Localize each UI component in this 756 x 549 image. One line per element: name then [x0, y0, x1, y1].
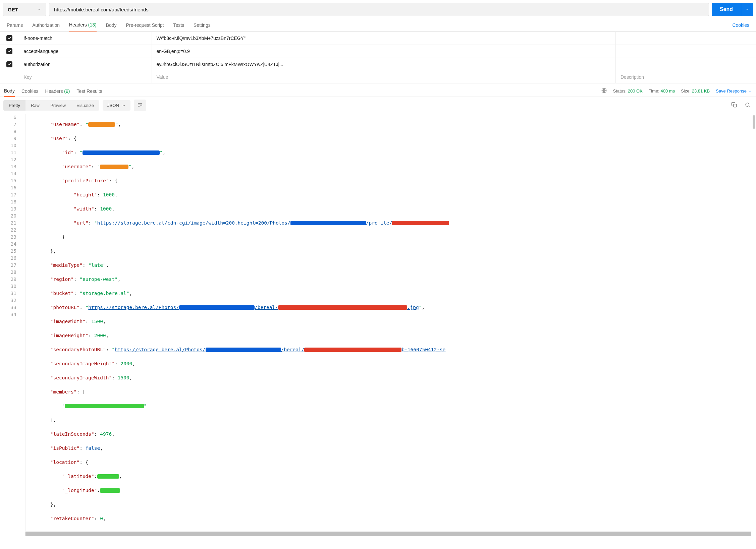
chevron-down-icon: [745, 7, 749, 11]
wrap-icon: [137, 102, 143, 108]
checkbox-icon[interactable]: [6, 61, 12, 67]
chevron-down-icon: [37, 7, 41, 12]
view-preview[interactable]: Preview: [45, 100, 71, 111]
search-icon: [745, 102, 751, 108]
response-body[interactable]: 6789101112131415161718192021222324252627…: [0, 114, 756, 536]
tab-body[interactable]: Body: [106, 19, 117, 31]
header-description[interactable]: [616, 58, 756, 71]
save-response-button[interactable]: Save Response: [716, 88, 752, 94]
table-row[interactable]: accept-language en-GB,en;q=0.9: [0, 45, 756, 58]
table-row-placeholder[interactable]: Key Value Description: [0, 71, 756, 83]
format-select[interactable]: JSON: [103, 100, 130, 111]
resp-tab-headers-count: (9): [64, 88, 70, 94]
code-content: "userName": "", "user": { "id": "", "use…: [25, 114, 756, 536]
request-url-value: https://mobile.bereal.com/api/feeds/frie…: [54, 7, 149, 12]
header-desc-placeholder[interactable]: Description: [616, 71, 756, 83]
tab-params[interactable]: Params: [7, 19, 23, 31]
search-button[interactable]: [743, 100, 753, 111]
headers-table: if-none-match W/"b8c-/rJlQ/mv1b3XbM+7uzs…: [0, 32, 756, 83]
header-key[interactable]: accept-language: [19, 45, 152, 58]
header-description[interactable]: [616, 32, 756, 45]
header-key[interactable]: authorization: [19, 58, 152, 71]
horizontal-scrollbar[interactable]: [25, 532, 751, 536]
header-value[interactable]: W/"b8c-/rJlQ/mv1b3XbM+7uzsBn7rCEGY": [152, 32, 616, 45]
line-gutter: 6789101112131415161718192021222324252627…: [0, 114, 20, 536]
send-button[interactable]: Send: [712, 3, 741, 16]
header-key-placeholder[interactable]: Key: [19, 71, 152, 83]
size-label: Size: 23.81 KB: [681, 88, 710, 94]
send-dropdown-button[interactable]: [741, 3, 753, 16]
header-value-placeholder[interactable]: Value: [152, 71, 616, 83]
vertical-scrollbar[interactable]: [753, 115, 755, 129]
format-value: JSON: [107, 103, 119, 108]
tab-authorization[interactable]: Authorization: [32, 19, 60, 31]
tab-settings[interactable]: Settings: [194, 19, 211, 31]
chevron-down-icon: [748, 89, 752, 93]
svg-rect-4: [734, 104, 737, 107]
svg-line-6: [749, 106, 750, 107]
time-label: Time: 400 ms: [649, 88, 675, 94]
tab-tests[interactable]: Tests: [173, 19, 184, 31]
request-url-input[interactable]: https://mobile.bereal.com/api/feeds/frie…: [49, 3, 709, 16]
view-raw[interactable]: Raw: [25, 100, 45, 111]
svg-point-5: [746, 103, 749, 107]
resp-tab-body[interactable]: Body: [4, 85, 15, 97]
http-method-value: GET: [8, 7, 18, 12]
view-mode-segment: Pretty Raw Preview Visualize: [3, 100, 99, 111]
view-visualize[interactable]: Visualize: [71, 100, 99, 111]
resp-tab-cookies[interactable]: Cookies: [21, 86, 39, 97]
http-method-select[interactable]: GET: [3, 3, 46, 16]
save-response-label: Save Response: [716, 88, 747, 94]
header-description[interactable]: [616, 45, 756, 58]
copy-button[interactable]: [729, 100, 739, 111]
cookies-link[interactable]: Cookies: [732, 19, 749, 31]
header-value[interactable]: eyJhbGciOiJSUzI1NiIsImtpZCI6ImFkMWIxOWYw…: [152, 58, 616, 71]
resp-tab-test-results[interactable]: Test Results: [76, 86, 102, 97]
resp-tab-headers[interactable]: Headers (9): [45, 86, 70, 97]
tab-headers[interactable]: Headers (13): [69, 19, 97, 32]
network-icon[interactable]: [601, 87, 607, 95]
copy-icon: [731, 102, 737, 108]
checkbox-icon[interactable]: [6, 48, 12, 54]
header-key[interactable]: if-none-match: [19, 32, 152, 45]
wrap-lines-button[interactable]: [134, 100, 146, 111]
view-pretty[interactable]: Pretty: [3, 100, 25, 111]
tab-prerequest[interactable]: Pre-request Script: [126, 19, 164, 31]
table-row[interactable]: if-none-match W/"b8c-/rJlQ/mv1b3XbM+7uzs…: [0, 32, 756, 45]
tab-headers-count: (13): [88, 22, 97, 27]
tab-headers-label: Headers: [69, 22, 87, 27]
status-label: Status: 200 OK: [613, 88, 643, 94]
header-value[interactable]: en-GB,en;q=0.9: [152, 45, 616, 58]
checkbox-icon[interactable]: [6, 35, 12, 41]
chevron-down-icon: [122, 104, 126, 108]
fold-gutter: [20, 114, 25, 536]
table-row[interactable]: authorization eyJhbGciOiJSUzI1NiIsImtpZC…: [0, 58, 756, 71]
resp-tab-headers-label: Headers: [45, 88, 63, 94]
